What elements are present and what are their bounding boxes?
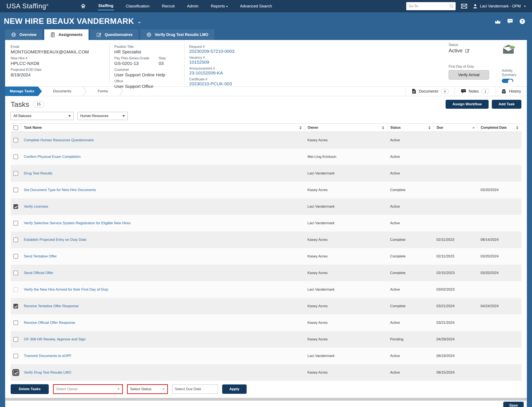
- owner-cell: Kasey Acres: [305, 238, 387, 242]
- row-checkbox[interactable]: [13, 188, 18, 192]
- row-checkbox[interactable]: [13, 370, 18, 375]
- task-name-link[interactable]: Verify Licenses: [24, 204, 48, 209]
- nav-classification[interactable]: Classification: [125, 3, 150, 10]
- info-right-panel: Status Active First Day of Duty Verify A…: [449, 43, 521, 83]
- save-button[interactable]: Save: [503, 402, 524, 407]
- category-filter-select[interactable]: Human Resources: [78, 112, 128, 120]
- task-name-link[interactable]: Drug Test Results: [24, 171, 52, 175]
- table-row: Confirm Physical Exam Completion Mei-Lin…: [11, 149, 521, 165]
- user-menu[interactable]: Laci Vandermark - OPM ▾: [473, 4, 526, 9]
- select-due-date-input[interactable]: [172, 384, 218, 394]
- row-checkbox[interactable]: [13, 155, 18, 159]
- due-cell: 06/19/2024: [433, 354, 477, 358]
- row-checkbox[interactable]: [13, 354, 18, 358]
- task-name-link[interactable]: Confirm Physical Exam Completion: [24, 155, 80, 159]
- nav-admin[interactable]: Admin: [187, 3, 199, 10]
- task-name-link[interactable]: Verify the New Hire Arrived for their Fi…: [24, 287, 108, 291]
- step-manage-tasks[interactable]: Manage Tasks: [5, 86, 42, 96]
- edit-status-icon[interactable]: [465, 48, 470, 53]
- task-name-link[interactable]: Transmit Documents to eOPF: [24, 354, 71, 358]
- add-task-button[interactable]: Add Task: [492, 100, 521, 109]
- tab-verify-drug-test-results-lmo[interactable]: Verify Drug Test Results LMO: [141, 29, 214, 40]
- sort-icon[interactable]: [514, 126, 518, 129]
- task-name-link[interactable]: Receive Tentative Offer Response: [24, 304, 78, 308]
- task-name-link[interactable]: Send Tentative Offer: [24, 254, 57, 258]
- select-status-dropdown[interactable]: Select Status: [127, 384, 168, 394]
- assign-workflow-button[interactable]: Assign Workflow: [446, 100, 489, 109]
- sort-icon[interactable]: [470, 127, 475, 128]
- status-cell: Active: [387, 287, 433, 292]
- user-name: Laci Vandermark - OPM: [480, 4, 521, 8]
- column-due[interactable]: Due: [433, 124, 477, 132]
- delete-tasks-button[interactable]: Delete Tasks: [11, 384, 49, 394]
- sort-icon[interactable]: [380, 126, 384, 129]
- row-check-cell: [11, 188, 21, 192]
- sort-icon[interactable]: [297, 126, 302, 129]
- tab-assignments[interactable]: Assignments: [44, 29, 88, 40]
- task-name-link[interactable]: Complete Human Resources Questionnaire: [24, 138, 94, 142]
- task-name-link[interactable]: Verify Drug Test Results LMO: [24, 370, 71, 375]
- row-checkbox[interactable]: [13, 337, 18, 342]
- column-completed-date[interactable]: Completed Date: [477, 124, 521, 132]
- announcement-number-link[interactable]: 23-10152509-KA: [189, 70, 223, 75]
- tab-questionnaires[interactable]: Questionnaires: [90, 29, 139, 40]
- task-name-link[interactable]: Receive Official Offer Response: [24, 321, 75, 325]
- row-checkbox[interactable]: [13, 171, 18, 176]
- row-checkbox[interactable]: [13, 254, 18, 259]
- certificate-number-label: Certificate #: [189, 78, 274, 81]
- sort-icon[interactable]: [426, 126, 430, 129]
- title-chevron-icon[interactable]: ⌄: [137, 18, 142, 25]
- row-checkbox[interactable]: [13, 204, 18, 209]
- home-icon[interactable]: [80, 3, 86, 9]
- task-name-link[interactable]: Verify Selective Service System Registra…: [24, 221, 131, 225]
- task-name-link[interactable]: Send Official Offer: [24, 271, 53, 275]
- row-checkbox[interactable]: [13, 138, 18, 142]
- task-name-link[interactable]: Establish Projected Entry on Duty Date: [24, 238, 86, 242]
- row-checkbox[interactable]: [13, 271, 18, 275]
- documents-link[interactable]: Documents 4: [406, 86, 454, 96]
- email-activity-icon[interactable]: [495, 18, 501, 24]
- nav-staffing[interactable]: Staffing: [98, 2, 114, 10]
- step-value: 03: [159, 61, 166, 66]
- history-link[interactable]: History: [495, 86, 527, 96]
- task-name-link[interactable]: Set Document Type for New Hire Documents: [24, 188, 96, 192]
- notes-link[interactable]: Notes 1: [455, 86, 495, 96]
- status-filter-select[interactable]: All Statuses: [11, 112, 74, 120]
- app-logo[interactable]: USA Staffing®: [6, 2, 48, 10]
- send-email-icon[interactable]: [502, 44, 515, 55]
- column-task-name[interactable]: Task Name: [21, 124, 305, 132]
- messages-icon[interactable]: [461, 4, 467, 8]
- row-checkbox[interactable]: [13, 221, 18, 226]
- office-value: User Support Office: [114, 84, 184, 89]
- activity-summary-toggle[interactable]: [502, 79, 513, 83]
- due-cell: 03/02/2023: [433, 287, 477, 292]
- status-cell: Pending: [387, 337, 433, 342]
- select-all-checkbox[interactable]: [13, 125, 18, 130]
- help-icon[interactable]: ?: [519, 18, 525, 24]
- globe-icon: [11, 32, 16, 37]
- request-number-link[interactable]: 20230209-57210-0003: [189, 49, 235, 54]
- apply-button[interactable]: Apply: [222, 384, 247, 394]
- nav-recruit[interactable]: Recruit: [161, 3, 175, 10]
- row-checkbox[interactable]: [13, 304, 18, 308]
- certificate-number-link[interactable]: 20230210-PCUK-003: [189, 81, 232, 86]
- column-owner[interactable]: Owner: [305, 124, 387, 132]
- verify-arrival-button[interactable]: Verify Arrival: [449, 70, 489, 79]
- nav-reports[interactable]: Reports▾: [211, 3, 228, 10]
- nav-advanced-search[interactable]: Advanced Search: [240, 3, 272, 10]
- step-forms[interactable]: Forms: [87, 86, 119, 96]
- chevron-down-icon: [117, 389, 120, 390]
- status-value: Active: [449, 48, 462, 54]
- column-status[interactable]: Status: [387, 124, 433, 132]
- vacancy-number-link[interactable]: 10152509: [189, 60, 209, 64]
- row-checkbox[interactable]: [13, 287, 18, 292]
- step-documents[interactable]: Documents: [42, 86, 82, 96]
- select-owner-dropdown[interactable]: Select Owner: [53, 384, 123, 394]
- row-checkbox[interactable]: [13, 237, 18, 242]
- row-checkbox[interactable]: [13, 321, 18, 325]
- feedback-icon[interactable]: [507, 18, 513, 24]
- task-name-link[interactable]: OF-306 HR Review, Approve and Sign: [24, 337, 86, 341]
- svg-text:?: ?: [521, 19, 524, 23]
- goto-input[interactable]: [406, 2, 456, 10]
- tab-overview[interactable]: Overview: [5, 29, 42, 40]
